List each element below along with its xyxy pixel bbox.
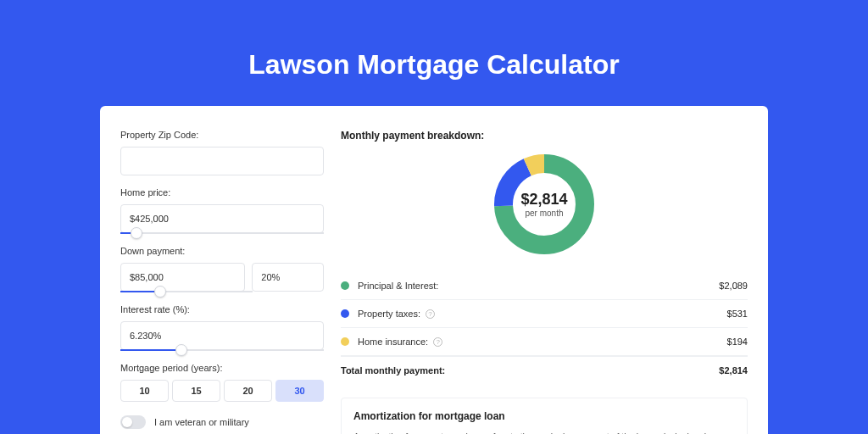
down-payment-field: Down payment: <box>120 246 324 292</box>
donut-value: $2,814 <box>520 191 567 209</box>
legend-value: $2,089 <box>719 281 748 291</box>
period-label: Mortgage period (years): <box>120 363 324 373</box>
slider-thumb[interactable] <box>154 286 166 298</box>
donut-chart: $2,814 per month <box>492 152 597 257</box>
legend-value: $531 <box>727 309 748 319</box>
amortization-body: Amortization for a mortgage loan refers … <box>353 431 735 434</box>
interest-slider[interactable] <box>120 349 324 351</box>
period-option-15[interactable]: 15 <box>172 380 220 402</box>
info-icon[interactable]: ? <box>426 309 435 319</box>
interest-input[interactable] <box>120 321 324 350</box>
total-value: $2,814 <box>719 365 748 376</box>
donut-center: $2,814 per month <box>492 152 597 257</box>
total-label: Total monthly payment: <box>341 365 719 376</box>
slider-thumb[interactable] <box>175 344 187 356</box>
breakdown-title: Monthly payment breakdown: <box>341 130 748 142</box>
info-icon[interactable]: ? <box>433 337 442 347</box>
period-option-10[interactable]: 10 <box>120 380 169 402</box>
slider-thumb[interactable] <box>131 227 142 239</box>
amortization-title: Amortization for mortgage loan <box>353 410 735 422</box>
home-price-input[interactable] <box>120 204 324 233</box>
calculator-card: Property Zip Code: Home price: Down paym… <box>100 106 768 434</box>
down-payment-amount-input[interactable] <box>120 263 245 292</box>
legend-label: Home insurance: ? <box>358 337 727 347</box>
swatch-icon <box>341 281 349 290</box>
veteran-label: I am veteran or military <box>154 417 249 427</box>
legend-label: Property taxes: ? <box>358 309 727 319</box>
swatch-icon <box>341 337 349 346</box>
down-payment-pct-input[interactable] <box>252 263 324 292</box>
donut-sub: per month <box>525 209 563 218</box>
period-option-20[interactable]: 20 <box>224 380 272 402</box>
zip-field: Property Zip Code: <box>120 130 324 175</box>
zip-input[interactable] <box>120 147 324 175</box>
page-title: Lawson Mortgage Calculator <box>0 0 868 106</box>
swatch-icon <box>341 309 349 318</box>
home-price-field: Home price: <box>120 187 324 234</box>
inputs-panel: Property Zip Code: Home price: Down paym… <box>120 130 324 434</box>
legend-row-principal: Principal & Interest: $2,089 <box>341 272 748 300</box>
zip-label: Property Zip Code: <box>120 130 324 140</box>
interest-label: Interest rate (%): <box>120 304 324 314</box>
period-field: Mortgage period (years): 10 15 20 30 <box>120 363 324 402</box>
legend-value: $194 <box>727 337 748 347</box>
legend-label: Principal & Interest: <box>358 281 719 291</box>
amortization-card: Amortization for mortgage loan Amortizat… <box>341 398 748 434</box>
down-payment-label: Down payment: <box>120 246 324 256</box>
period-option-30[interactable]: 30 <box>275 380 324 402</box>
home-price-label: Home price: <box>120 187 324 198</box>
veteran-toggle[interactable] <box>120 415 146 429</box>
total-row: Total monthly payment: $2,814 <box>341 356 748 384</box>
donut-chart-wrap: $2,814 per month <box>341 152 748 257</box>
interest-field: Interest rate (%): <box>120 304 324 351</box>
down-payment-slider[interactable] <box>120 291 253 292</box>
veteran-row: I am veteran or military <box>120 415 324 429</box>
legend-row-taxes: Property taxes: ? $531 <box>341 300 748 328</box>
period-options: 10 15 20 30 <box>120 380 324 402</box>
home-price-slider[interactable] <box>120 232 324 234</box>
legend-row-insurance: Home insurance: ? $194 <box>341 328 748 356</box>
breakdown-panel: Monthly payment breakdown: $2,814 per mo… <box>341 130 748 434</box>
